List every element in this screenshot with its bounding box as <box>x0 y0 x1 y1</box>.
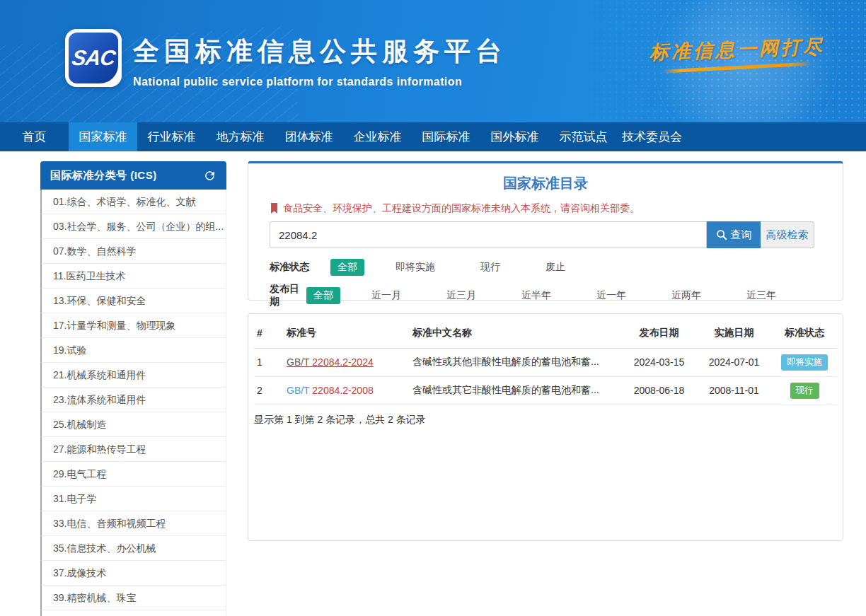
ics-category-item[interactable] <box>40 610 226 616</box>
standard-number-prefix: GB/T <box>287 356 309 368</box>
advanced-search-button[interactable]: 高级检索 <box>761 221 814 248</box>
col-implement-date: 实施日期 <box>696 318 772 348</box>
status-badge: 即将实施 <box>781 354 828 371</box>
main-nav: 首页 国家标准 行业标准 地方标准 团体标准 企业标准 国际标准 国外标准 示范… <box>0 122 866 151</box>
ics-category-item[interactable]: 11.医药卫生技术 <box>40 264 226 289</box>
ics-category-item[interactable]: 13.环保、保健和安全 <box>40 289 226 313</box>
filter-date-option[interactable]: 全部 <box>306 287 340 304</box>
search-icon <box>716 229 727 240</box>
nav-item[interactable]: 示范试点 <box>549 122 618 151</box>
nav-item[interactable]: 国际标准 <box>412 122 480 151</box>
nav-item[interactable]: 技术委员会 <box>618 122 686 151</box>
filter-date-option[interactable]: 近半年 <box>514 287 558 304</box>
row-index: 2 <box>254 376 284 405</box>
notice-text: 食品安全、环境保护、工程建设方面的国家标准未纳入本系统，请咨询相关部委。 <box>283 202 640 215</box>
brand-block: 全国标准信息公共服务平台 National public service pla… <box>133 34 507 88</box>
standard-number-value: 22084.2-2008 <box>312 385 373 396</box>
ics-category-item[interactable]: 23.流体系统和通用件 <box>40 388 226 412</box>
filter-status-option[interactable]: 废止 <box>538 259 572 276</box>
filter-date-option[interactable]: 近两年 <box>664 287 708 304</box>
query-button[interactable]: 查询 <box>707 221 761 248</box>
ics-category-item[interactable]: 17.计量学和测量、物理现象 <box>40 313 226 338</box>
header-banner: SAC 全国标准信息公共服务平台 National public service… <box>0 0 866 122</box>
ics-category-item[interactable]: 39.精密机械、珠宝 <box>40 586 226 610</box>
nav-item[interactable]: 团体标准 <box>275 122 343 151</box>
search-input[interactable] <box>270 221 707 248</box>
search-card: 国家标准目录 食品安全、环境保护、工程建设方面的国家标准未纳入本系统，请咨询相关… <box>248 161 843 301</box>
search-row: 查询 高级检索 <box>270 221 814 248</box>
filter-date-option[interactable]: 近一年 <box>589 287 633 304</box>
filter-status-options: 全部 即将实施 现行 废止 <box>330 259 604 276</box>
standard-number-link[interactable]: GB/T 22084.2-2008 <box>287 385 374 396</box>
ics-category-item[interactable]: 07.数学、自然科学 <box>40 239 226 264</box>
ics-category-list: 01.综合、术语学、标准化、文献 03.社会学、服务、公司（企业）的组... 0… <box>40 190 226 616</box>
slogan-text: 标准信息一网打尽 <box>649 34 825 66</box>
ics-category-item[interactable]: 35.信息技术、办公机械 <box>40 536 226 561</box>
row-index: 1 <box>254 348 284 376</box>
nav-item[interactable]: 行业标准 <box>137 122 206 151</box>
col-publish-date: 发布日期 <box>622 318 696 348</box>
sac-logo-text: SAC <box>70 46 116 70</box>
filter-status-label: 标准状态 <box>270 261 330 274</box>
refresh-icon[interactable] <box>203 169 216 182</box>
filter-status-option[interactable]: 即将实施 <box>388 259 442 276</box>
site-title: 全国标准信息公共服务平台 <box>133 34 507 69</box>
col-standard-name: 标准中文名称 <box>410 318 622 348</box>
ics-category-item[interactable]: 31.电子学 <box>40 487 226 511</box>
col-status: 标准状态 <box>772 318 837 348</box>
notice-bar: 食品安全、环境保护、工程建设方面的国家标准未纳入本系统，请咨询相关部委。 <box>270 202 814 215</box>
standard-name: 含碱性或其他非酸性电解质的蓄电池和蓄... <box>410 348 622 376</box>
main-content: 国家标准目录 食品安全、环境保护、工程建设方面的国家标准未纳入本系统，请咨询相关… <box>248 161 843 541</box>
pagination-summary: 显示第 1 到第 2 条记录，总共 2 条记录 <box>254 414 841 426</box>
page-title: 国家标准目录 <box>248 174 843 193</box>
bookmark-icon <box>270 203 279 214</box>
ics-category-item[interactable]: 19.试验 <box>40 338 226 363</box>
ics-sidebar-header: 国际标准分类号 (ICS) <box>40 161 226 190</box>
ics-category-item[interactable]: 33.电信、音频和视频工程 <box>40 511 226 536</box>
nav-item[interactable]: 企业标准 <box>343 122 412 151</box>
standard-number-link[interactable]: GB/T 22084.2-2024 <box>287 356 374 368</box>
standard-number-value: 22084.2-2024 <box>312 356 373 368</box>
ics-sidebar: 国际标准分类号 (ICS) 01.综合、术语学、标准化、文献 03.社会学、服务… <box>40 161 226 616</box>
ics-sidebar-title: 国际标准分类号 (ICS) <box>50 169 157 182</box>
filter-date-row: 发布日期 全部 近一月 近三月 近半年 近一年 近两年 近三年 <box>270 286 814 305</box>
filter-date-option[interactable]: 近三月 <box>439 287 483 304</box>
implement-date: 2008-11-01 <box>696 376 772 405</box>
slogan-block: 标准信息一网打尽 <box>649 34 825 73</box>
filter-status-option[interactable]: 全部 <box>330 259 364 276</box>
publish-date: 2024-03-15 <box>622 348 696 376</box>
filter-status-option[interactable]: 现行 <box>473 259 507 276</box>
filter-date-option[interactable]: 近三年 <box>739 287 783 304</box>
filter-status-row: 标准状态 全部 即将实施 现行 废止 <box>270 258 814 277</box>
implement-date: 2024-07-01 <box>696 348 772 376</box>
nav-item[interactable]: 国外标准 <box>480 122 549 151</box>
query-button-label: 查询 <box>731 228 752 242</box>
ics-category-item[interactable]: 21.机械系统和通用件 <box>40 363 226 388</box>
col-index: # <box>254 318 284 348</box>
sac-logo-icon: SAC <box>69 33 118 83</box>
ics-category-item[interactable]: 01.综合、术语学、标准化、文献 <box>40 190 226 214</box>
status-badge: 现行 <box>790 383 819 399</box>
filter-date-label: 发布日期 <box>270 283 306 308</box>
results-card: # 标准号 标准中文名称 发布日期 实施日期 标准状态 1 GB/T <box>248 313 843 541</box>
publish-date: 2008-06-18 <box>622 376 696 405</box>
ics-category-item[interactable]: 03.社会学、服务、公司（企业）的组... <box>40 214 226 239</box>
ics-category-item[interactable]: 25.机械制造 <box>40 412 226 437</box>
nav-item[interactable]: 地方标准 <box>206 122 275 151</box>
ics-category-item[interactable]: 29.电气工程 <box>40 462 226 487</box>
result-row: 2 GB/T 22084.2-2008 含碱性或其它非酸性电解质的蓄电池和蓄..… <box>254 376 837 405</box>
results-table: # 标准号 标准中文名称 发布日期 实施日期 标准状态 1 GB/T <box>254 318 837 405</box>
site-subtitle: National public service platform for sta… <box>133 76 507 88</box>
nav-item[interactable]: 国家标准 <box>69 122 137 151</box>
col-standard-number: 标准号 <box>284 318 410 348</box>
ics-category-item[interactable]: 37.成像技术 <box>40 561 226 586</box>
standard-number-prefix: GB/T <box>287 385 309 396</box>
ics-category-item[interactable]: 27.能源和热传导工程 <box>40 437 226 462</box>
filter-date-option[interactable]: 近一月 <box>364 287 408 304</box>
nav-item[interactable]: 首页 <box>0 122 69 151</box>
result-row: 1 GB/T 22084.2-2024 含碱性或其他非酸性电解质的蓄电池和蓄..… <box>254 348 837 376</box>
sac-logo: SAC <box>65 29 122 87</box>
results-header-row: # 标准号 标准中文名称 发布日期 实施日期 标准状态 <box>254 318 837 348</box>
standard-name: 含碱性或其它非酸性电解质的蓄电池和蓄... <box>410 376 622 405</box>
filter-date-options: 全部 近一月 近三月 近半年 近一年 近两年 近三年 <box>306 287 814 304</box>
